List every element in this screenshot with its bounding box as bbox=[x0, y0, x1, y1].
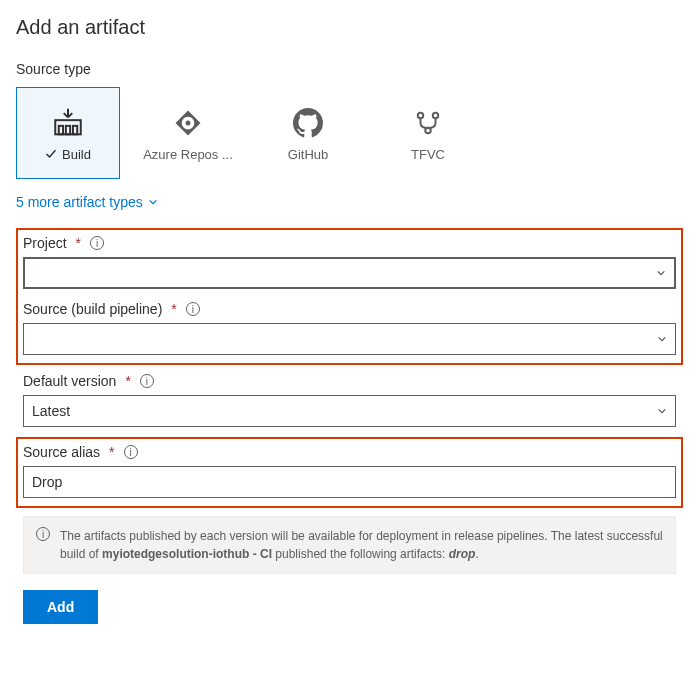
source-type-row: Build Azure Repos ... GitHub TFVC bbox=[16, 87, 683, 179]
svg-rect-2 bbox=[66, 125, 70, 133]
more-artifact-types-link[interactable]: 5 more artifact types bbox=[16, 194, 158, 210]
source-pipeline-label: Source (build pipeline) bbox=[23, 301, 162, 317]
source-tile-label: TFVC bbox=[411, 147, 445, 162]
chevron-down-icon bbox=[656, 268, 666, 278]
highlight-source-alias: Source alias * i Drop bbox=[16, 437, 683, 508]
build-icon bbox=[51, 105, 85, 141]
highlight-project-source: Project * i Source (build pipeline) * i bbox=[16, 228, 683, 365]
svg-point-4 bbox=[418, 112, 424, 118]
github-icon bbox=[293, 105, 323, 141]
source-tile-tfvc[interactable]: TFVC bbox=[376, 87, 480, 179]
source-tile-label: Azure Repos ... bbox=[143, 147, 233, 162]
default-version-label: Default version bbox=[23, 373, 116, 389]
project-select[interactable] bbox=[23, 257, 676, 289]
info-icon[interactable]: i bbox=[124, 445, 138, 459]
info-icon[interactable]: i bbox=[90, 236, 104, 250]
required-asterisk: * bbox=[171, 301, 176, 317]
svg-rect-1 bbox=[59, 125, 63, 133]
project-label: Project bbox=[23, 235, 67, 251]
chevron-down-icon bbox=[657, 406, 667, 416]
chevron-down-icon bbox=[148, 197, 158, 207]
required-asterisk: * bbox=[125, 373, 130, 389]
source-alias-label: Source alias bbox=[23, 444, 100, 460]
svg-rect-3 bbox=[73, 125, 77, 133]
default-version-select[interactable]: Latest bbox=[23, 395, 676, 427]
source-type-label: Source type bbox=[16, 61, 683, 77]
source-tile-build[interactable]: Build bbox=[16, 87, 120, 179]
info-icon[interactable]: i bbox=[140, 374, 154, 388]
source-alias-input[interactable]: Drop bbox=[23, 466, 676, 498]
panel-title: Add an artifact bbox=[16, 16, 683, 39]
info-icon[interactable]: i bbox=[186, 302, 200, 316]
info-banner-text: The artifacts published by each version … bbox=[60, 527, 663, 563]
info-banner: i The artifacts published by each versio… bbox=[23, 516, 676, 574]
required-asterisk: * bbox=[109, 444, 114, 460]
checkmark-icon bbox=[45, 148, 57, 160]
source-pipeline-select[interactable] bbox=[23, 323, 676, 355]
svg-point-5 bbox=[433, 112, 439, 118]
source-tile-azure-repos[interactable]: Azure Repos ... bbox=[136, 87, 240, 179]
chevron-down-icon bbox=[657, 334, 667, 344]
source-tile-label: Build bbox=[62, 147, 91, 162]
info-icon: i bbox=[36, 527, 50, 541]
source-tile-github[interactable]: GitHub bbox=[256, 87, 360, 179]
required-asterisk: * bbox=[76, 235, 81, 251]
source-tile-label: GitHub bbox=[288, 147, 328, 162]
add-button[interactable]: Add bbox=[23, 590, 98, 624]
azure-repos-icon bbox=[173, 105, 203, 141]
tfvc-icon bbox=[413, 105, 443, 141]
